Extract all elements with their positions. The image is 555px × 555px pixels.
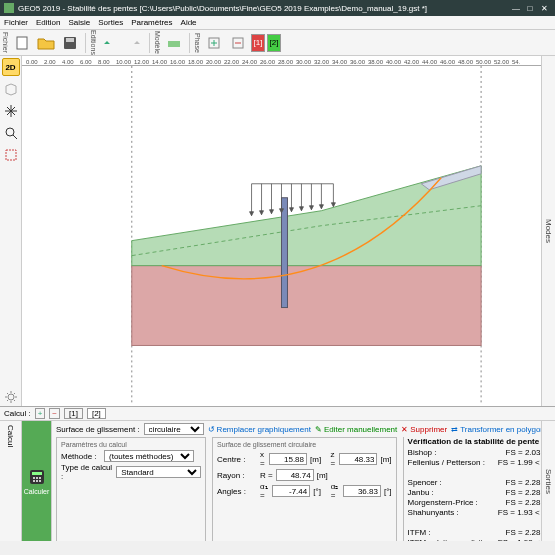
calc-panel: Calcul Calculer Surface de glissement : … [0,421,555,541]
svg-point-34 [39,480,41,482]
svg-point-12 [8,394,14,400]
result-row: ITFM solution explicite :FS = 1.98 < 2.0… [408,538,541,541]
result-row: Janbu :FS = 2.28 > 2.00ADMISSIBLE [408,488,541,498]
svg-rect-28 [32,472,42,475]
center-x-input[interactable] [269,453,307,465]
settings-button[interactable] [2,388,20,406]
result-row: Fellenius / Petterson :FS = 1.99 < 2.00N… [408,458,541,478]
group-editions-label: Editions [90,30,97,55]
sorties-tab[interactable]: Sorties [544,469,553,494]
svg-point-32 [33,480,35,482]
undo-button[interactable] [99,32,121,54]
main-toolbar: Fichier Editions Modèle Phase [1] [2] [0,30,555,56]
svg-rect-15 [132,266,481,346]
title-bar: GEO5 2019 - Stabilité des pentes [C:\Use… [0,0,555,16]
menu-parametres[interactable]: Paramètres [131,18,172,27]
open-file-button[interactable] [35,32,57,54]
model-button[interactable] [163,32,185,54]
calc-tab-2[interactable]: [2] [87,408,106,419]
result-row: Morgenstern-Price :FS = 2.28 > 2.00ADMIS… [408,498,541,508]
calc-params-fieldset: Paramètres du calcul Méthode : (toutes m… [56,437,206,541]
calc-tabs: Calcul : + − [1] [2] [0,407,555,421]
edit-manually-button[interactable]: ✎ Editer manuellement [315,425,397,434]
menu-bar: Fichier Edition Saisie Sorties Paramètre… [0,16,555,30]
redo-button[interactable] [123,32,145,54]
save-file-button[interactable] [59,32,81,54]
calculator-icon [28,468,46,486]
svg-point-29 [33,477,35,479]
window-title: GEO5 2019 - Stabilité des pentes [C:\Use… [18,4,509,13]
surface-toolbar: Surface de glissement : circulaire ↺ Rem… [56,423,541,435]
slope-diagram [22,66,541,405]
bottom-panel: Calcul : + − [1] [2] Calcul Calculer Sur… [0,406,555,541]
result-row: Bishop :FS = 2.03 > 2.00ADMISSIBLE [408,448,541,458]
pan-button[interactable] [2,102,20,120]
calc-type-label: Type de calcul : [61,463,113,481]
group-phase-label: Phase [194,33,201,53]
close-button[interactable]: ✕ [537,4,551,13]
maximize-button[interactable]: □ [523,4,537,13]
replace-graphically-button[interactable]: ↺ Remplacer graphiquement [208,425,311,434]
group-fichier-label: Fichier [2,32,9,53]
right-tab-bar[interactable]: Modes [541,56,555,406]
transform-polygon-button[interactable]: ⇄ Transformer en polygone [451,425,541,434]
menu-edition[interactable]: Edition [36,18,60,27]
calc-tab-1[interactable]: [1] [64,408,83,419]
svg-rect-3 [168,41,180,47]
radius-input[interactable] [276,469,314,481]
calc-label: Calcul : [4,409,31,418]
panel-left-tabs: Calcul [0,421,22,541]
modes-tab[interactable]: Modes [544,219,553,243]
result-row: Shahunyants :FS = 1.93 < 2.00NON ADMISSI… [408,508,541,528]
calc-remove-button[interactable]: − [49,408,60,419]
svg-rect-16 [281,198,287,308]
svg-rect-11 [6,150,16,160]
new-file-button[interactable] [11,32,33,54]
zoom-window-button[interactable] [2,146,20,164]
result-row: ITFM :FS = 2.28 > 2.00ADMISSIBLE [408,528,541,538]
method-label: Méthode : [61,452,101,461]
view-3d-button[interactable] [2,80,20,98]
svg-rect-0 [17,37,27,49]
phase-remove-button[interactable] [227,32,249,54]
calc-type-select[interactable]: Standard [116,466,201,478]
svg-point-30 [36,477,38,479]
circle-fieldset: Surface de glissement circulaire Centre … [212,437,397,541]
svg-rect-2 [66,38,74,42]
group-modele-label: Modèle [154,31,161,54]
minimize-button[interactable]: — [509,4,523,13]
main-area: 2D 0.002.004.006.008.0010.0012.0014.0016… [0,56,555,406]
svg-point-31 [39,477,41,479]
surface-label: Surface de glissement : [56,425,140,434]
zoom-button[interactable] [2,124,20,142]
svg-point-33 [36,480,38,482]
menu-fichier[interactable]: Fichier [4,18,28,27]
results-header: Vérification de la stabilité de pente (t… [408,437,541,446]
calculate-button[interactable]: Calculer [22,421,52,541]
surface-type-select[interactable]: circulaire [144,423,204,435]
menu-sorties[interactable]: Sorties [98,18,123,27]
left-toolbar: 2D [0,56,22,406]
calcul-vertical-tab[interactable]: Calcul [6,421,15,451]
delete-button[interactable]: ✕ Supprimer [401,425,447,434]
angle1-input[interactable] [272,485,310,497]
menu-saisie[interactable]: Saisie [68,18,90,27]
center-z-input[interactable] [339,453,377,465]
horizontal-ruler: 0.002.004.006.008.0010.0012.0014.0016.00… [22,56,541,66]
method-select[interactable]: (toutes méthodes) [104,450,194,462]
menu-aide[interactable]: Aide [181,18,197,27]
result-row: Spencer :FS = 2.28 > 2.00ADMISSIBLE [408,478,541,488]
drawing-canvas[interactable]: 0.002.004.006.008.0010.0012.0014.0016.00… [22,56,541,406]
calc-add-button[interactable]: + [35,408,46,419]
app-icon [4,3,14,13]
view-2d-button[interactable]: 2D [2,58,20,76]
angle2-input[interactable] [343,485,381,497]
phase-1-button[interactable]: [1] [251,34,265,52]
results-panel: Vérification de la stabilité de pente (t… [403,437,541,541]
phase-add-button[interactable] [203,32,225,54]
phase-2-button[interactable]: [2] [267,34,281,52]
svg-line-10 [13,135,17,139]
bottom-right-tab-bar[interactable]: Sorties [541,421,555,541]
svg-point-9 [6,128,14,136]
